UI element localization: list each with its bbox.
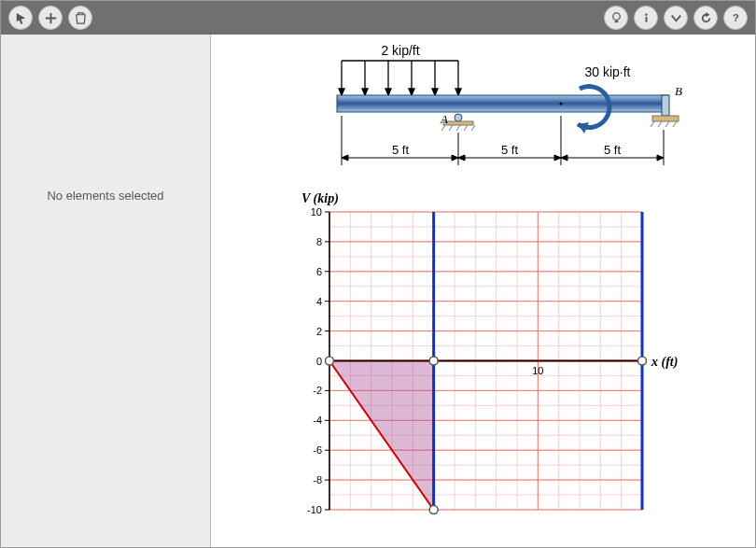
svg-text:8: 8 xyxy=(316,236,322,247)
svg-point-115 xyxy=(638,357,647,365)
svg-text:-8: -8 xyxy=(313,474,322,485)
bulb-icon xyxy=(609,11,623,25)
reset-button[interactable] xyxy=(693,6,718,30)
info-icon xyxy=(639,11,653,25)
shear-chart[interactable]: -10-8-6-4-2024681010V (kip)x (ft) xyxy=(278,186,693,527)
dist-load-label: 2 kip/ft xyxy=(381,44,419,58)
plus-icon xyxy=(44,11,58,25)
add-button[interactable] xyxy=(38,6,63,30)
svg-line-17 xyxy=(456,125,460,131)
refresh-icon xyxy=(699,11,713,25)
svg-line-24 xyxy=(665,121,669,127)
svg-text:-2: -2 xyxy=(313,385,322,396)
svg-point-1 xyxy=(645,13,647,15)
svg-line-23 xyxy=(658,121,662,127)
chevron-down-icon xyxy=(669,11,683,25)
svg-text:4: 4 xyxy=(316,296,322,307)
hint-button[interactable] xyxy=(604,6,628,30)
body: No elements selected 2 kip/ft xyxy=(1,35,755,547)
svg-line-22 xyxy=(651,121,654,127)
app-frame: ? No elements selected 2 kip/ft xyxy=(0,0,756,548)
support-a-label: A xyxy=(440,112,448,126)
info-button[interactable] xyxy=(634,6,658,30)
svg-text:2: 2 xyxy=(316,326,322,337)
pointer-button[interactable] xyxy=(8,6,33,30)
sidebar-empty-msg: No elements selected xyxy=(47,189,163,203)
svg-rect-11 xyxy=(337,95,668,112)
trash-icon xyxy=(74,11,88,25)
svg-point-12 xyxy=(559,103,562,105)
span1-label: 5 ft xyxy=(391,143,408,157)
svg-line-18 xyxy=(464,125,468,131)
moment-label: 30 kip·ft xyxy=(584,64,630,79)
svg-line-25 xyxy=(673,121,677,127)
y-axis-label: V (kip) xyxy=(301,191,339,206)
svg-point-113 xyxy=(429,506,438,514)
span2-label: 5 ft xyxy=(500,143,517,157)
svg-text:10: 10 xyxy=(532,365,543,376)
svg-text:10: 10 xyxy=(311,206,322,218)
toolbar-left xyxy=(8,6,92,30)
beam-diagram: 2 kip/ft A B xyxy=(290,44,682,184)
toolbar-right: ? xyxy=(604,6,748,30)
canvas-area[interactable]: 2 kip/ft A B xyxy=(211,35,755,547)
support-b-label: B xyxy=(675,84,682,98)
delete-button[interactable] xyxy=(68,6,92,30)
svg-line-19 xyxy=(471,125,475,131)
svg-rect-2 xyxy=(645,17,647,22)
svg-text:-10: -10 xyxy=(307,504,322,515)
x-axis-label: x (ft) xyxy=(651,355,678,370)
svg-text:?: ? xyxy=(733,12,739,23)
svg-rect-21 xyxy=(652,116,679,121)
pointer-icon xyxy=(14,11,28,25)
svg-text:-6: -6 xyxy=(313,444,322,456)
svg-point-0 xyxy=(612,12,620,20)
svg-point-13 xyxy=(455,114,462,121)
span3-label: 5 ft xyxy=(603,143,620,157)
help-button[interactable]: ? xyxy=(723,6,748,30)
svg-text:6: 6 xyxy=(316,266,322,277)
svg-line-16 xyxy=(449,125,453,131)
toolbar: ? xyxy=(1,1,755,35)
collapse-button[interactable] xyxy=(664,6,688,30)
svg-rect-20 xyxy=(662,95,669,116)
svg-point-112 xyxy=(326,357,334,365)
question-icon: ? xyxy=(729,11,743,25)
sidebar: No elements selected xyxy=(1,35,211,547)
svg-text:-4: -4 xyxy=(313,415,322,426)
svg-point-114 xyxy=(429,357,438,365)
svg-text:0: 0 xyxy=(316,356,322,367)
